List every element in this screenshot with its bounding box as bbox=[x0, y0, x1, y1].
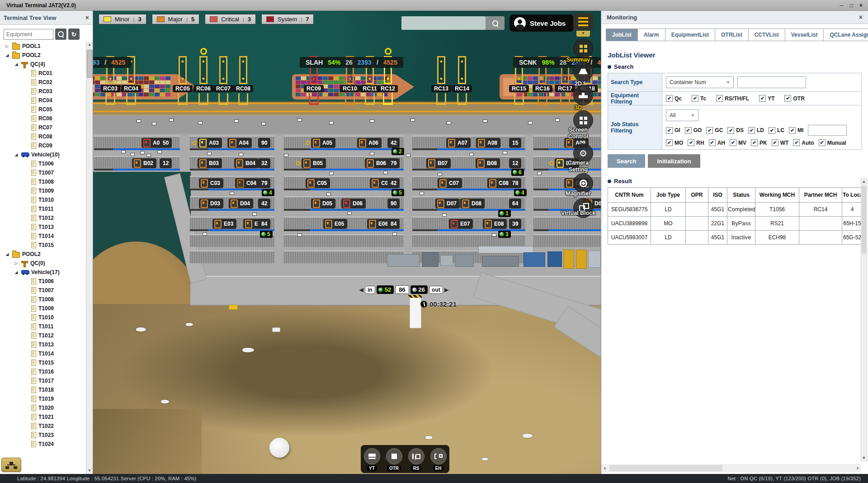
quay-crane-rc07[interactable]: RC07 bbox=[213, 56, 233, 105]
tree-item-t1014[interactable]: T1014 bbox=[0, 232, 84, 241]
tree-item-t1024[interactable]: T1024 bbox=[0, 440, 84, 449]
search-value-input[interactable] bbox=[737, 76, 806, 88]
scroll-up-icon[interactable]: ▲ bbox=[86, 42, 93, 48]
tree-item-t1013[interactable]: T1013 bbox=[0, 223, 84, 232]
tree-expander-icon[interactable]: ▷ bbox=[5, 44, 10, 48]
yard-block-c03[interactable]: C03 bbox=[199, 178, 223, 188]
checkbox-wt[interactable]: ✔WT bbox=[772, 139, 789, 146]
tree-item-t1009[interactable]: T1009 bbox=[0, 186, 84, 195]
checkbox-gc[interactable]: ✔GC bbox=[706, 127, 723, 134]
scroll-left-icon[interactable]: ‹ bbox=[601, 465, 609, 471]
checkbox-ah[interactable]: ✔AH bbox=[709, 139, 725, 146]
yard-block-b06[interactable]: B06 bbox=[365, 158, 389, 168]
tree-item-t1006[interactable]: T1006 bbox=[0, 277, 84, 286]
column-header-partner-mch[interactable]: Partner MCH bbox=[799, 188, 842, 203]
yard-block-b03[interactable]: B03 bbox=[198, 158, 222, 168]
tab-vessellist[interactable]: VesselList bbox=[785, 29, 824, 41]
yard-block-d07[interactable]: D07 bbox=[435, 199, 460, 208]
hscroll-thumb[interactable] bbox=[609, 465, 722, 471]
column-header-opr[interactable]: OPR bbox=[686, 188, 708, 203]
tree-item-t1010[interactable]: T1010 bbox=[0, 195, 84, 204]
tree-item-t1018[interactable]: T1018 bbox=[0, 385, 84, 394]
yard-block-b05[interactable]: B05 bbox=[302, 158, 326, 168]
tree-refresh-button[interactable]: ↻ bbox=[68, 28, 80, 40]
tree-item-t1013[interactable]: T1013 bbox=[0, 340, 84, 349]
tree-item-qc-4-[interactable]: ◢QC(4) bbox=[0, 60, 84, 69]
tree-item-t1019[interactable]: T1019 bbox=[0, 394, 84, 403]
panel-horizontal-scrollbar[interactable]: ‹ › bbox=[601, 464, 861, 472]
checkbox-ld[interactable]: ✔LD bbox=[748, 127, 764, 134]
tree-item-rc07[interactable]: RC07 bbox=[0, 123, 84, 132]
tree-item-vehicle-17-[interactable]: ◢Vehicle(17) bbox=[0, 268, 84, 277]
tree-item-t1011[interactable]: T1011 bbox=[0, 204, 84, 213]
tree-item-qc-0-[interactable]: ▷QC(0) bbox=[0, 259, 84, 268]
tree-item-pool2[interactable]: ◢POOL2 bbox=[0, 51, 84, 60]
tree-expander-icon[interactable]: ◢ bbox=[14, 152, 19, 157]
table-row[interactable]: UACU5983007LD45G1InactiveECH9865G-52 bbox=[608, 231, 863, 245]
checkbox-go[interactable]: ✔GO bbox=[685, 127, 702, 134]
quay-crane-rc05[interactable]: RC05 bbox=[173, 56, 193, 105]
panel-toggle-button[interactable] bbox=[1, 458, 21, 472]
gate-right-arrow-icon[interactable]: ▶ bbox=[444, 286, 449, 293]
tab-equipmentlist[interactable]: EquipmentList bbox=[665, 29, 715, 41]
scroll-down-icon[interactable]: ▼ bbox=[861, 456, 867, 460]
yard-block-d04[interactable]: D04 bbox=[229, 199, 253, 208]
result-vertical-scrollbar[interactable]: ▲ ▼ bbox=[861, 178, 867, 461]
column-header-job-type[interactable]: Job Type bbox=[651, 188, 686, 203]
yard-block-c07[interactable]: C07 bbox=[438, 178, 462, 188]
toolbar-rs-button[interactable]: RS bbox=[408, 448, 425, 471]
checkbox-munual[interactable]: ✔Munual bbox=[819, 139, 846, 146]
toolbar-otr-button[interactable]: OTR bbox=[386, 448, 402, 471]
yard-block-a04[interactable]: A04 bbox=[227, 138, 252, 148]
yard-block-b08[interactable]: B08 bbox=[476, 158, 500, 168]
tree-item-rc03[interactable]: RC03 bbox=[0, 87, 84, 96]
user-chip[interactable]: Steve Jobs bbox=[509, 14, 574, 32]
yard-block-a06[interactable]: A06 bbox=[357, 138, 382, 148]
quay-crane-rc06[interactable]: RC06 bbox=[193, 56, 213, 105]
column-header-working-mch[interactable]: Working MCH bbox=[755, 188, 799, 203]
checkbox-mi[interactable]: ✔MI bbox=[789, 127, 803, 134]
tree-expander-icon[interactable]: ◢ bbox=[14, 62, 19, 66]
tree-item-t1006[interactable]: T1006 bbox=[0, 159, 84, 168]
tree-item-vehicle-10-[interactable]: ◢Vehicle(10) bbox=[0, 150, 84, 159]
tree-item-t1012[interactable]: T1012 bbox=[0, 213, 84, 223]
yard-block-d08[interactable]: D08 bbox=[460, 199, 485, 208]
toolbar-yt-button[interactable]: YT bbox=[364, 448, 380, 471]
checkbox-auto[interactable]: ✔Auto bbox=[793, 139, 814, 146]
tree-item-t1015[interactable]: T1015 bbox=[0, 358, 84, 367]
result-scroll-thumb[interactable] bbox=[862, 186, 866, 254]
yard-block-a03[interactable]: A03 bbox=[198, 138, 222, 148]
tree-item-rc04[interactable]: RC04 bbox=[0, 96, 84, 105]
table-row[interactable]: UACU3889898MO22G1ByPassRS2165H-15 bbox=[608, 217, 863, 231]
tab-alarm[interactable]: Alarm bbox=[638, 29, 665, 41]
yard-block-a05[interactable]: A05 bbox=[311, 138, 335, 148]
yard-block-b07[interactable]: B07 bbox=[426, 158, 451, 168]
tree-item-pool1[interactable]: ▷POOL1 bbox=[0, 42, 84, 51]
menu-collapse-tab[interactable]: ▼ bbox=[576, 31, 590, 37]
toolbar-eh-button[interactable]: EH bbox=[430, 448, 447, 471]
map-search-button[interactable] bbox=[486, 16, 505, 30]
tree-expander-icon[interactable]: ▷ bbox=[14, 261, 19, 265]
tree-item-rc09[interactable]: RC09 bbox=[0, 141, 84, 150]
alarm-badge-system[interactable]: System|7 bbox=[261, 14, 314, 24]
tree-expander-icon[interactable]: ◢ bbox=[5, 53, 10, 57]
tree-item-t1008[interactable]: T1008 bbox=[0, 295, 84, 304]
checkbox-gi[interactable]: ✔GI bbox=[666, 127, 680, 134]
scroll-up-icon[interactable]: ▲ bbox=[861, 180, 867, 184]
tree-item-t1012[interactable]: T1012 bbox=[0, 331, 84, 340]
close-button[interactable]: × bbox=[859, 2, 863, 9]
tree-item-t1022[interactable]: T1022 bbox=[0, 421, 84, 431]
job-status-select[interactable]: All▼ bbox=[666, 109, 698, 121]
close-icon[interactable]: × bbox=[859, 14, 863, 21]
checkbox-mo[interactable]: ✔MO bbox=[666, 139, 683, 146]
tab-joblist[interactable]: JobList bbox=[606, 29, 638, 41]
table-row[interactable]: SEGU5836775LD45G1CompletedT1056RC144 bbox=[608, 203, 863, 217]
tree-item-rc06[interactable]: RC06 bbox=[0, 114, 84, 123]
scroll-right-icon[interactable]: › bbox=[854, 465, 861, 471]
gate-left-arrow-icon[interactable]: ◀ bbox=[359, 286, 363, 293]
maximize-button[interactable]: □ bbox=[850, 2, 853, 9]
tree-item-t1023[interactable]: T1023 bbox=[0, 431, 84, 440]
tree-item-t1017[interactable]: T1017 bbox=[0, 376, 84, 385]
checkbox-rh[interactable]: ✔RH bbox=[688, 139, 704, 146]
terminal-map-3d[interactable]: Minor|3Major|5Critical|3System|7 Steve J… bbox=[93, 11, 601, 474]
